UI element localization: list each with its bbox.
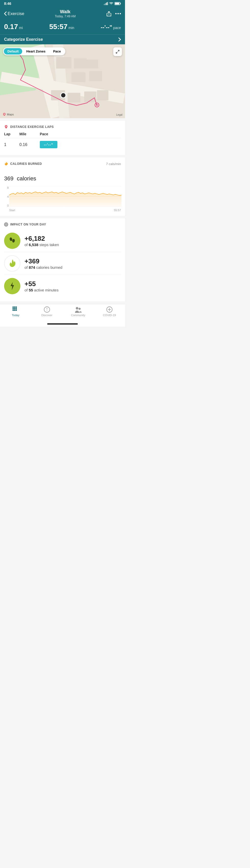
calories-header: CALORIES BURNED 7 cals/min	[4, 161, 121, 166]
svg-rect-37	[12, 307, 14, 308]
active-main: +55	[25, 280, 58, 288]
pace-unit: pace	[113, 26, 121, 30]
svg-rect-42	[16, 308, 17, 309]
calories-chart-wrapper: 8 4 0	[4, 186, 121, 212]
steps-icon	[4, 232, 20, 249]
distance-value: 0.17	[4, 23, 18, 31]
plus-circle-icon	[106, 306, 113, 313]
impact-section: IMPACT ON YOUR DAY +6,182 of 6,538 steps…	[0, 218, 125, 301]
row-lap: 1	[4, 143, 19, 147]
nav-discover-label: Discover	[41, 314, 52, 317]
nav-today-label: Today	[12, 314, 19, 317]
signal-icon	[104, 2, 108, 5]
map-svg	[0, 44, 125, 118]
laps-table: Lap Mile Pace 1 0.16 --'--"	[4, 132, 121, 151]
tab-default[interactable]: Default	[4, 48, 22, 55]
calories-title: CALORIES BURNED	[4, 161, 42, 166]
maps-logo: Maps	[3, 113, 14, 116]
svg-point-26	[4, 114, 5, 115]
flame-icon	[4, 161, 8, 166]
exercise-subtitle: Today, 7:49 AM	[55, 14, 76, 18]
target-icon	[4, 222, 8, 226]
calories-rate: 7 cals/min	[106, 162, 121, 166]
impact-section-title: IMPACT ON YOUR DAY	[10, 223, 46, 226]
svg-rect-18	[87, 60, 98, 68]
impact-steps-item: +6,182 of 6,538 steps taken	[4, 229, 121, 252]
svg-rect-45	[16, 310, 17, 311]
svg-point-34	[9, 237, 12, 241]
col-lap: Lap	[4, 132, 19, 136]
nav-discover[interactable]: Discover	[39, 306, 55, 317]
active-total: 55	[29, 288, 33, 292]
calories-chart-svg	[9, 186, 121, 207]
svg-rect-40	[12, 308, 14, 309]
header-actions	[106, 11, 121, 17]
distance-section-header: DISTANCE EXERCISE LAPS	[4, 125, 121, 129]
svg-point-49	[76, 307, 78, 310]
svg-marker-47	[47, 308, 48, 310]
svg-rect-43	[12, 310, 14, 311]
nav-today[interactable]: Today	[8, 306, 23, 317]
tab-heart-zones[interactable]: Heart Zones	[23, 48, 49, 55]
home-indicator-bar	[47, 323, 78, 324]
nav-covid-label: COVID-19	[103, 314, 116, 317]
status-time: 8:46	[4, 2, 11, 6]
col-mile: Mile	[19, 132, 40, 136]
calories-chart: 8 4 0	[9, 186, 121, 212]
share-icon[interactable]	[106, 11, 112, 17]
distance-section: DISTANCE EXERCISE LAPS Lap Mile Pace 1 0…	[0, 121, 125, 155]
y-label-0: 0	[4, 204, 9, 207]
steps-sub: of 6,538 steps taken	[25, 243, 59, 247]
steps-total: 6,538	[29, 243, 38, 247]
svg-rect-39	[16, 307, 17, 308]
calories-total: 874	[29, 265, 35, 270]
location-pin-icon	[4, 125, 8, 129]
distance-unit: mi	[19, 26, 23, 30]
legal-text[interactable]: Legal	[116, 113, 122, 116]
calories-unit: calories	[17, 175, 36, 182]
svg-rect-5	[120, 3, 121, 4]
impact-title: IMPACT ON YOUR DAY	[4, 222, 46, 226]
more-icon[interactable]	[115, 13, 121, 14]
duration-stat: 55:57 min	[49, 23, 74, 31]
svg-rect-2	[106, 3, 107, 5]
nav-community[interactable]: Community	[71, 306, 86, 317]
y-label-8: 8	[4, 186, 9, 189]
status-icons	[104, 2, 121, 5]
svg-point-8	[117, 13, 119, 14]
exercise-title: Walk	[55, 9, 76, 14]
nav-community-label: Community	[71, 314, 85, 317]
laps-table-header: Lap Mile Pace	[4, 132, 121, 138]
col-pace: Pace	[40, 132, 48, 136]
steps-text: +6,182 of 6,538 steps taken	[25, 235, 59, 247]
tab-pace[interactable]: Pace	[50, 48, 64, 55]
categorize-bar[interactable]: Categorize Exercise	[0, 34, 125, 44]
maps-label: Maps	[7, 113, 14, 116]
nav-covid[interactable]: COVID-19	[102, 306, 117, 317]
calories-sub: of 874 calories burned	[25, 265, 62, 270]
duration-unit: min	[68, 26, 75, 30]
back-button[interactable]: Exercise	[4, 11, 24, 16]
y-label-4: 4	[4, 195, 9, 198]
svg-point-33	[6, 224, 7, 225]
svg-rect-23	[97, 90, 108, 100]
svg-point-50	[79, 308, 81, 310]
svg-marker-36	[10, 282, 14, 290]
route-center-dot	[61, 93, 66, 98]
svg-rect-1	[105, 3, 106, 5]
svg-rect-3	[107, 2, 108, 5]
svg-point-9	[120, 13, 121, 14]
calories-impact-text: +369 of 874 calories burned	[25, 257, 62, 270]
duration-value: 55:57	[49, 23, 67, 31]
impact-active-item: +55 of 55 active minutes	[4, 275, 121, 297]
svg-rect-17	[72, 72, 85, 82]
map-expand-button[interactable]	[113, 48, 122, 56]
distance-stat: 0.17 mi	[4, 23, 23, 31]
svg-rect-44	[14, 310, 15, 311]
active-icon	[4, 278, 20, 294]
stats-row: 0.17 mi 55:57 min --'--" pace	[0, 22, 125, 34]
svg-rect-16	[74, 58, 87, 68]
calories-main: +369	[25, 257, 62, 265]
svg-rect-6	[115, 3, 119, 5]
compass-icon	[44, 306, 50, 313]
